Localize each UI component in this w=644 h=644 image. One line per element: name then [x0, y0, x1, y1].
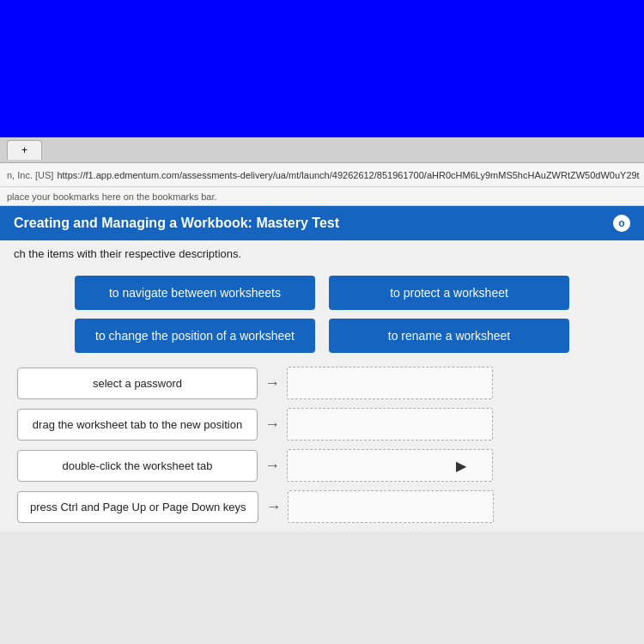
options-row-2: to change the position of a worksheet to… [17, 319, 627, 353]
question-box-3: double-click the worksheet tab [17, 450, 258, 482]
arrow-1: → [264, 374, 280, 392]
option-btn-3[interactable]: to change the position of a worksheet [75, 319, 315, 353]
qa-section: select a password → drag the worksheet t… [17, 367, 627, 523]
cursor-icon: ▶ [456, 458, 466, 474]
bookmarks-text: place your bookmarks here on the bookmar… [7, 191, 217, 202]
bookmarks-bar: place your bookmarks here on the bookmar… [0, 187, 644, 206]
question-text-1: select a password [93, 377, 182, 390]
question-text-3: double-click the worksheet tab [63, 459, 213, 472]
tab-bar: + [0, 137, 644, 163]
circle-label: o [618, 217, 624, 229]
option-btn-4[interactable]: to rename a worksheet [329, 319, 569, 353]
instructions-content: ch the items with their respective descr… [14, 247, 241, 260]
qa-row-3: double-click the worksheet tab → ▶ [17, 449, 627, 482]
qa-row-2: drag the worksheet tab to the new positi… [17, 408, 627, 440]
answer-box-4[interactable] [288, 490, 494, 523]
question-box-1: select a password [17, 368, 258, 399]
tab-label: + [21, 144, 27, 156]
arrow-2: → [264, 416, 280, 434]
options-row-1: to navigate between worksheets to protec… [17, 276, 627, 310]
question-text-2: drag the worksheet tab to the new positi… [33, 418, 242, 431]
instructions-text: ch the items with their respective descr… [0, 240, 644, 267]
domain-prefix: n, Inc. [US] [7, 170, 53, 180]
answer-box-3[interactable]: ▶ [287, 449, 493, 482]
question-text-4: press Ctrl and Page Up or Page Down keys [30, 501, 246, 513]
answer-box-1[interactable] [287, 367, 493, 399]
browser-tab[interactable]: + [7, 140, 42, 160]
qa-row-4: press Ctrl and Page Up or Page Down keys… [17, 490, 627, 523]
question-box-2: drag the worksheet tab to the new positi… [17, 409, 258, 440]
arrow-3: → [264, 457, 280, 475]
url-text: https://f1.app.edmentum.com/assessments-… [57, 170, 639, 180]
matching-area: to navigate between worksheets to protec… [0, 267, 644, 532]
option-btn-2[interactable]: to protect a worksheet [329, 276, 569, 310]
page-header: Creating and Managing a Workbook: Master… [0, 206, 644, 240]
page-title: Creating and Managing a Workbook: Master… [14, 216, 339, 231]
main-content: Creating and Managing a Workbook: Master… [0, 206, 644, 532]
browser-top-bar [0, 0, 644, 137]
option-btn-1[interactable]: to navigate between worksheets [75, 276, 315, 310]
answer-box-2[interactable] [287, 408, 493, 440]
qa-row-1: select a password → [17, 367, 627, 399]
question-box-4: press Ctrl and Page Up or Page Down keys [17, 491, 258, 523]
address-bar[interactable]: n, Inc. [US] https://f1.app.edmentum.com… [0, 163, 644, 187]
arrow-4: → [265, 498, 281, 516]
header-circle-button[interactable]: o [613, 215, 630, 232]
